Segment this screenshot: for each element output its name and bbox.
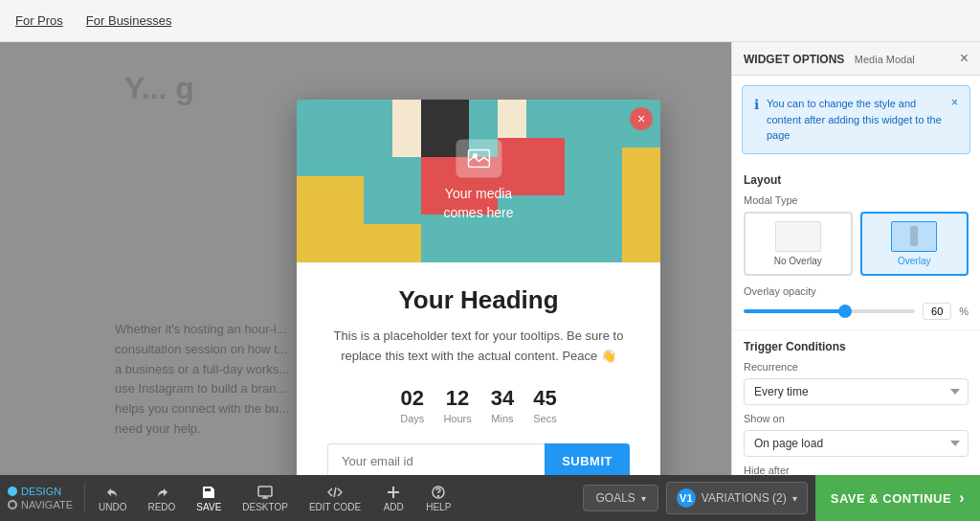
widget-options-panel: WIDGET OPTIONS Media Modal × ℹ You can t… xyxy=(731,42,980,475)
recurrence-label: Recurrence xyxy=(744,361,969,373)
toolbar-actions: UNDO REDO SAVE DESKTOP EDIT CODE ADD HEL… xyxy=(89,481,460,516)
layout-section: Layout Modal Type No Overlay xyxy=(732,164,980,330)
widget-panel-subtitle: Media Modal xyxy=(855,54,915,65)
media-text-line2: comes here xyxy=(443,204,513,223)
countdown-mins: 34 Mins xyxy=(491,386,514,424)
variations-button[interactable]: V1 VARIATIONS (2) ▾ xyxy=(666,482,808,514)
no-overlay-option[interactable]: No Overlay xyxy=(744,212,853,276)
opacity-pct: % xyxy=(959,306,969,317)
trigger-conditions-section: Trigger Conditions Recurrence Every time… xyxy=(732,330,980,476)
for-businesses-link[interactable]: For Businesses xyxy=(86,13,172,28)
info-banner: ℹ You can to change the style and conten… xyxy=(742,85,970,154)
opacity-slider[interactable] xyxy=(744,309,915,313)
bottom-toolbar: DESIGN NAVIGATE UNDO REDO SAVE DESKTOP xyxy=(0,475,980,521)
countdown-hours: 12 Hours xyxy=(443,386,471,424)
submit-button[interactable]: SUBMIT xyxy=(545,443,630,475)
top-nav: For Pros For Businesses xyxy=(0,0,980,42)
save-continue-arrow-icon: › xyxy=(959,489,965,507)
media-text-line1: Your media xyxy=(443,185,513,204)
countdown-timer: 02 Days 12 Hours 34 Mins 45 Secs xyxy=(327,386,630,424)
variations-label: VARIATIONS (2) xyxy=(702,491,787,505)
modal-close-button[interactable]: × xyxy=(630,107,653,130)
countdown-days: 02 Days xyxy=(400,386,424,424)
save-button[interactable]: SAVE xyxy=(187,481,231,516)
trigger-conditions-label: Trigger Conditions xyxy=(744,340,969,353)
redo-button[interactable]: REDO xyxy=(138,481,185,516)
toolbar-mode-switcher: DESIGN NAVIGATE xyxy=(0,486,80,510)
media-icon xyxy=(456,139,501,177)
show-on-dropdown[interactable]: On page load xyxy=(744,430,969,457)
save-continue-label: SAVE & CONTINUE xyxy=(831,491,951,506)
goals-label: GOALS xyxy=(595,491,635,505)
goals-button[interactable]: GOALS ▾ xyxy=(583,485,657,511)
countdown-secs: 45 Secs xyxy=(533,386,556,424)
info-icon: ℹ xyxy=(754,97,759,112)
recurrence-dropdown[interactable]: Every time xyxy=(744,378,969,405)
media-modal: × xyxy=(297,100,660,475)
save-continue-button[interactable]: SAVE & CONTINUE › xyxy=(815,475,980,521)
toolbar-divider-1 xyxy=(84,483,85,513)
svg-rect-12 xyxy=(622,147,660,262)
for-pros-link[interactable]: For Pros xyxy=(15,13,63,28)
info-banner-text: You can to change the style and content … xyxy=(767,96,944,144)
info-banner-close-button[interactable]: × xyxy=(951,96,958,109)
modal-heading: Your Heading xyxy=(327,285,630,315)
no-overlay-label: No Overlay xyxy=(749,256,847,266)
overlay-opacity-label: Overlay opacity xyxy=(744,285,969,297)
widget-header-labels: WIDGET OPTIONS Media Modal xyxy=(744,50,915,67)
opacity-row: % xyxy=(744,303,969,320)
hide-after-label: Hide after xyxy=(744,464,969,476)
media-placeholder: Your media comes here xyxy=(443,139,513,222)
show-on-label: Show on xyxy=(744,413,969,424)
overlay-preview xyxy=(891,221,937,252)
variations-chevron-icon: ▾ xyxy=(792,493,797,504)
desktop-button[interactable]: DESKTOP xyxy=(233,481,298,516)
goals-chevron-icon: ▾ xyxy=(641,493,646,504)
main-content: Y... g Whether it's hosting an hour-l...… xyxy=(0,42,980,475)
design-label: DESIGN xyxy=(21,486,61,497)
widget-panel-header: WIDGET OPTIONS Media Modal × xyxy=(732,42,980,76)
variations-badge: V1 xyxy=(677,488,696,508)
svg-rect-13 xyxy=(297,224,421,262)
svg-point-21 xyxy=(438,495,439,496)
overlay-option[interactable]: Overlay xyxy=(860,212,969,276)
layout-label: Layout xyxy=(744,173,969,187)
email-form: SUBMIT xyxy=(327,443,630,475)
svg-rect-11 xyxy=(565,147,622,262)
navigate-mode-radio[interactable]: NAVIGATE xyxy=(8,499,73,510)
widget-panel-title: WIDGET OPTIONS xyxy=(744,53,844,66)
modal-type-label: Modal Type xyxy=(744,194,969,206)
no-overlay-preview xyxy=(775,221,821,252)
svg-rect-19 xyxy=(258,487,272,496)
undo-button[interactable]: UNDO xyxy=(89,481,136,516)
edit-code-button[interactable]: EDIT CODE xyxy=(300,481,370,516)
overlay-label: Overlay xyxy=(866,256,964,266)
modal-description: This is a placeholder text for your tool… xyxy=(327,327,630,367)
email-input[interactable] xyxy=(327,443,545,475)
navigate-radio-dot xyxy=(8,500,17,510)
design-radio-dot xyxy=(8,487,17,496)
svg-rect-16 xyxy=(469,100,498,138)
design-mode-radio[interactable]: DESIGN xyxy=(8,486,73,497)
navigate-label: NAVIGATE xyxy=(21,499,73,510)
modal-media-area: Your media comes here xyxy=(297,100,660,262)
modal-body: Your Heading This is a placeholder text … xyxy=(297,262,660,475)
opacity-value-input[interactable] xyxy=(923,303,951,320)
modal-type-options: No Overlay Overlay xyxy=(744,212,969,276)
help-button[interactable]: HELP xyxy=(416,481,460,516)
widget-panel-close-button[interactable]: × xyxy=(960,50,969,67)
add-element-button[interactable]: ADD xyxy=(372,481,414,516)
